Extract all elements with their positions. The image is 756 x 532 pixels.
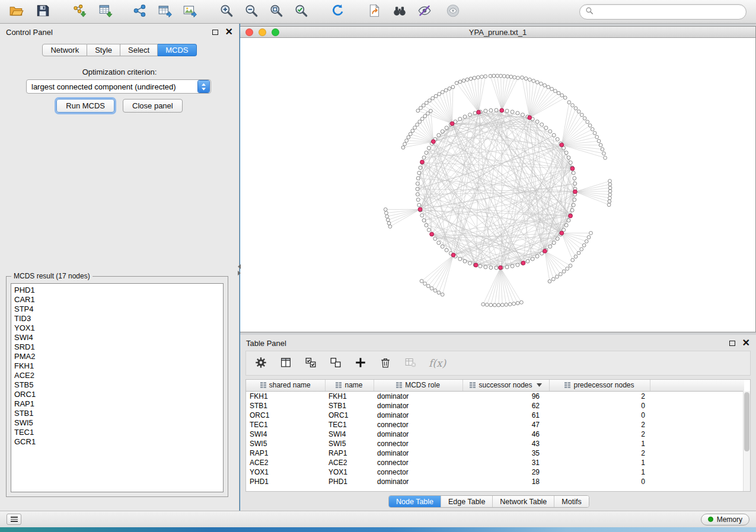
cell-predecessor-nodes[interactable]: 2 bbox=[549, 420, 650, 430]
tab-node-table[interactable]: Node Table bbox=[389, 496, 441, 507]
table-settings-button[interactable] bbox=[254, 355, 267, 371]
cell-shared-name[interactable]: ORC1 bbox=[246, 411, 325, 420]
save-session-button[interactable] bbox=[32, 2, 53, 21]
table-row[interactable]: PHD1PHD1dominator180 bbox=[246, 477, 744, 486]
table-row[interactable]: SWI5SWI5connector431 bbox=[246, 439, 744, 448]
close-panel-button[interactable]: Close panel bbox=[123, 99, 183, 113]
table-row[interactable]: TEC1TEC1connector472 bbox=[246, 420, 744, 430]
cell-shared-name[interactable]: FKH1 bbox=[246, 391, 325, 401]
cell-successor-nodes[interactable]: 62 bbox=[462, 401, 549, 411]
scrollbar-thumb[interactable] bbox=[744, 392, 749, 451]
cell-name[interactable]: YOX1 bbox=[325, 467, 374, 477]
result-node-item[interactable]: SWI4 bbox=[11, 333, 223, 342]
hide-graphics-button[interactable] bbox=[414, 2, 435, 21]
tab-select[interactable]: Select bbox=[120, 44, 158, 56]
collapse-left-icon[interactable] bbox=[238, 264, 241, 269]
tab-network[interactable]: Network bbox=[42, 44, 87, 56]
cell-predecessor-nodes[interactable]: 0 bbox=[549, 477, 650, 486]
cell-predecessor-nodes[interactable]: 1 bbox=[549, 458, 650, 467]
cell-mcds-role[interactable]: dominator bbox=[374, 411, 462, 420]
cell-predecessor-nodes[interactable]: 2 bbox=[549, 448, 650, 458]
cell-successor-nodes[interactable]: 43 bbox=[462, 439, 549, 448]
column-header-predecessor-nodes[interactable]: predecessor nodes bbox=[549, 380, 650, 391]
cell-name[interactable]: SWI5 bbox=[325, 439, 374, 448]
tab-mcds[interactable]: MCDS bbox=[158, 44, 196, 56]
cell-predecessor-nodes[interactable]: 2 bbox=[549, 430, 650, 439]
cell-mcds-role[interactable]: dominator bbox=[374, 448, 462, 458]
network-canvas[interactable] bbox=[240, 38, 755, 332]
float-panel-icon[interactable] bbox=[212, 30, 218, 35]
select-all-button[interactable] bbox=[304, 355, 317, 371]
show-hidden-button[interactable] bbox=[442, 2, 464, 21]
table-row[interactable]: FKH1FKH1dominator962 bbox=[246, 391, 744, 401]
cell-predecessor-nodes[interactable]: 1 bbox=[549, 467, 650, 477]
column-header-shared-name[interactable]: shared name bbox=[246, 380, 325, 391]
run-mcds-button[interactable]: Run MCDS bbox=[56, 99, 114, 113]
cell-name[interactable]: STB1 bbox=[325, 401, 374, 411]
result-node-item[interactable]: CAR1 bbox=[11, 295, 223, 305]
cell-shared-name[interactable]: YOX1 bbox=[246, 467, 325, 477]
cell-successor-nodes[interactable]: 18 bbox=[462, 477, 549, 486]
cell-successor-nodes[interactable]: 61 bbox=[462, 411, 549, 420]
float-table-panel-icon[interactable] bbox=[729, 341, 735, 346]
cell-name[interactable]: RAP1 bbox=[325, 448, 374, 458]
column-header-MCDS-role[interactable]: MCDS role bbox=[374, 380, 462, 391]
minimize-window-icon[interactable] bbox=[259, 28, 266, 36]
tab-style[interactable]: Style bbox=[87, 44, 120, 56]
column-header-name[interactable]: name bbox=[325, 380, 374, 391]
cell-mcds-role[interactable]: connector bbox=[374, 439, 462, 448]
export-table-button[interactable] bbox=[154, 2, 176, 21]
cell-mcds-role[interactable]: connector bbox=[374, 467, 462, 477]
close-window-icon[interactable] bbox=[245, 28, 253, 36]
cell-successor-nodes[interactable]: 35 bbox=[462, 448, 549, 458]
search-input[interactable] bbox=[597, 7, 741, 16]
result-node-item[interactable]: YOX1 bbox=[11, 323, 223, 333]
close-table-panel-icon[interactable]: ✕ bbox=[742, 339, 750, 347]
cell-successor-nodes[interactable]: 96 bbox=[462, 391, 549, 401]
cell-mcds-role[interactable]: dominator bbox=[374, 430, 462, 439]
cell-successor-nodes[interactable]: 31 bbox=[462, 458, 549, 467]
result-node-item[interactable]: FKH1 bbox=[11, 361, 223, 371]
cell-mcds-role[interactable]: connector bbox=[374, 420, 462, 430]
zoom-fit-button[interactable] bbox=[266, 2, 287, 21]
cell-name[interactable]: ORC1 bbox=[325, 411, 374, 420]
cell-name[interactable]: SWI4 bbox=[325, 430, 374, 439]
cell-shared-name[interactable]: PHD1 bbox=[246, 477, 325, 486]
cell-name[interactable]: TEC1 bbox=[325, 420, 374, 430]
table-row[interactable]: ORC1ORC1dominator610 bbox=[246, 411, 744, 420]
share-document-button[interactable] bbox=[364, 2, 385, 21]
panel-splitter[interactable] bbox=[238, 264, 241, 275]
cell-name[interactable]: ACE2 bbox=[325, 458, 374, 467]
cell-shared-name[interactable]: ACE2 bbox=[246, 458, 325, 467]
zoom-in-button[interactable] bbox=[216, 2, 237, 21]
import-table-button[interactable] bbox=[95, 2, 116, 21]
cell-predecessor-nodes[interactable]: 0 bbox=[549, 411, 650, 420]
result-node-item[interactable]: SWI5 bbox=[11, 418, 223, 428]
cell-shared-name[interactable]: SWI4 bbox=[246, 430, 325, 439]
cell-successor-nodes[interactable]: 47 bbox=[462, 420, 549, 430]
import-network-button[interactable] bbox=[69, 2, 90, 21]
cell-shared-name[interactable]: STB1 bbox=[246, 401, 325, 411]
cell-shared-name[interactable]: RAP1 bbox=[246, 448, 325, 458]
cell-successor-nodes[interactable]: 46 bbox=[462, 430, 549, 439]
expand-right-icon[interactable] bbox=[238, 271, 241, 275]
result-node-item[interactable]: STB1 bbox=[11, 409, 223, 418]
result-node-item[interactable]: RAP1 bbox=[11, 399, 223, 409]
cell-name[interactable]: FKH1 bbox=[325, 391, 374, 401]
cell-predecessor-nodes[interactable]: 1 bbox=[549, 439, 650, 448]
result-node-item[interactable]: PMA2 bbox=[11, 352, 223, 361]
criterion-dropdown[interactable]: largest connected component (undirected) bbox=[26, 79, 211, 94]
result-node-item[interactable]: STP4 bbox=[11, 305, 223, 314]
result-node-item[interactable]: ACE2 bbox=[11, 371, 223, 380]
cell-name[interactable]: PHD1 bbox=[325, 477, 374, 486]
apply-layout-button[interactable] bbox=[327, 2, 349, 21]
cell-successor-nodes[interactable]: 29 bbox=[462, 467, 549, 477]
deselect-all-button[interactable] bbox=[329, 355, 342, 371]
cell-mcds-role[interactable]: connector bbox=[374, 458, 462, 467]
table-row[interactable]: RAP1RAP1dominator352 bbox=[246, 448, 744, 458]
cell-shared-name[interactable]: TEC1 bbox=[246, 420, 325, 430]
network-window-titlebar[interactable]: YPA_prune.txt_1 bbox=[240, 27, 755, 38]
table-scrollbar[interactable] bbox=[743, 391, 750, 491]
zoom-out-button[interactable] bbox=[241, 2, 262, 21]
show-columns-button[interactable] bbox=[279, 355, 292, 371]
